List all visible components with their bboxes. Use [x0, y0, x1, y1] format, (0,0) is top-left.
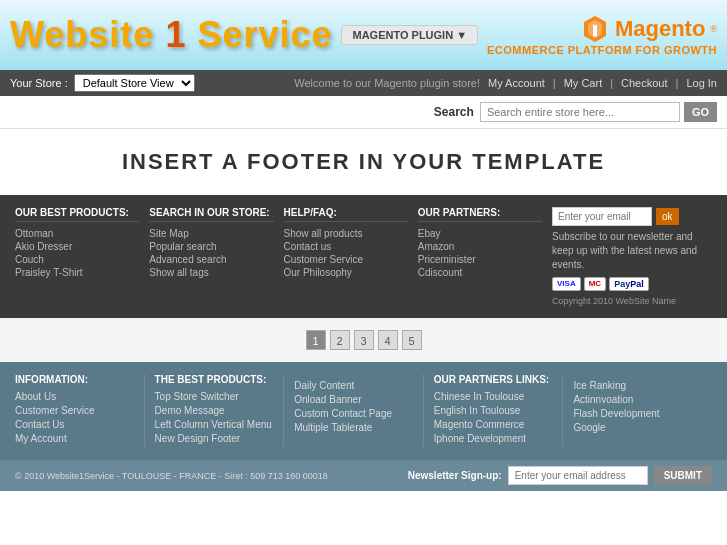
- fb-partner-links-heading: OUR PARTNERS LINKS:: [434, 374, 553, 385]
- paypal-icon: PayPal: [609, 277, 649, 291]
- footer-col-products-heading: OUR BEST PRODUCTS:: [15, 207, 139, 222]
- visa-icon: VISA: [552, 277, 581, 291]
- footer-link[interactable]: Our Philosophy: [284, 267, 408, 278]
- footer-copyright: Copyright 2010 WebSite Name: [552, 296, 712, 306]
- fb-information-heading: INFORMATION:: [15, 374, 134, 385]
- logo: Website 1 Service: [10, 14, 333, 56]
- fb-link[interactable]: Custom Contact Page: [294, 408, 413, 419]
- page-4-button[interactable]: 4: [378, 330, 398, 350]
- footer-newsletter: ok Subscribe to our newsletter and keep …: [552, 207, 712, 306]
- newsletter-submit-button[interactable]: SUBMIT: [654, 466, 712, 485]
- search-bar: Search GO: [0, 96, 727, 129]
- checkout-link[interactable]: Checkout: [621, 77, 667, 89]
- fb-link[interactable]: Onload Banner: [294, 394, 413, 405]
- pagination: 1 2 3 4 5: [0, 318, 727, 362]
- footer-link[interactable]: Advanced search: [149, 254, 273, 265]
- newsletter-email-input[interactable]: [552, 207, 652, 226]
- fb-link[interactable]: Magento Commerce: [434, 419, 553, 430]
- fb-link[interactable]: Chinese In Toulouse: [434, 391, 553, 402]
- my-cart-link[interactable]: My Cart: [564, 77, 603, 89]
- page-5-button[interactable]: 5: [402, 330, 422, 350]
- magento-tagline: ECOMMERCE PLATFORM FOR GROWTH: [487, 44, 717, 56]
- footer-col-partners: OUR PARTNERS: Ebay Amazon Priceminister …: [418, 207, 542, 306]
- newsletter-signup-label: Newsletter Sign-up:: [408, 470, 502, 481]
- bottom-bar: © 2010 Website1Service - TOULOUSE - FRAN…: [0, 459, 727, 491]
- footer-link[interactable]: Akio Dresser: [15, 241, 139, 252]
- payment-icons: VISA MC PayPal: [552, 277, 712, 291]
- footer-col-partners-heading: OUR PARTNERS:: [418, 207, 542, 222]
- magento-icon: [580, 14, 610, 44]
- footer-col-help: HELP/FAQ: Show all products Contact us C…: [284, 207, 408, 306]
- footer-link[interactable]: Customer Service: [284, 254, 408, 265]
- fb-link[interactable]: Contact Us: [15, 419, 134, 430]
- magento-plugin-area: MAGENTO PLUGIN ▼: [341, 25, 478, 45]
- search-label: Search: [434, 105, 474, 119]
- store-label: Your Store :: [10, 77, 68, 89]
- footer-link[interactable]: Popular search: [149, 241, 273, 252]
- page-title: INSERT A FOOTER IN YOUR TEMPLATE: [15, 149, 712, 175]
- fb-link[interactable]: Demo Message: [155, 405, 274, 416]
- store-bar: Your Store : Default Store View Welcome …: [0, 70, 727, 96]
- magento-plugin-button[interactable]: MAGENTO PLUGIN ▼: [341, 25, 478, 45]
- fb-link[interactable]: Iphone Development: [434, 433, 553, 444]
- footer-dark: OUR BEST PRODUCTS: Ottoman Akio Dresser …: [0, 195, 727, 318]
- mc-icon: MC: [584, 277, 606, 291]
- fb-link[interactable]: Customer Service: [15, 405, 134, 416]
- magento-name: Magento: [615, 16, 705, 42]
- page-1-button[interactable]: 1: [306, 330, 326, 350]
- fb-link[interactable]: Ice Ranking: [573, 380, 692, 391]
- footer-link[interactable]: Ebay: [418, 228, 542, 239]
- store-select[interactable]: Default Store View: [74, 74, 195, 92]
- footer-col-help-heading: HELP/FAQ:: [284, 207, 408, 222]
- fb-col-content: Daily Content Onload Banner Custom Conta…: [294, 374, 424, 447]
- page-2-button[interactable]: 2: [330, 330, 350, 350]
- search-button[interactable]: GO: [684, 102, 717, 122]
- fb-col-partner-links-2: Ice Ranking Actinnvoation Flash Developm…: [573, 374, 702, 447]
- newsletter-signup: Newsletter Sign-up: SUBMIT: [408, 466, 712, 485]
- footer-col-search-heading: SEARCH IN OUR STORE:: [149, 207, 273, 222]
- footer-bottom: INFORMATION: About Us Customer Service C…: [0, 362, 727, 459]
- fb-col-best-products: THE BEST PRODUCTS: Top Store Switcher De…: [155, 374, 285, 447]
- footer-col-search: SEARCH IN OUR STORE: Site Map Popular se…: [149, 207, 273, 306]
- my-account-link[interactable]: My Account: [488, 77, 545, 89]
- fb-link[interactable]: Left Column Vertical Menu: [155, 419, 274, 430]
- magento-logo: Magento® ECOMMERCE PLATFORM FOR GROWTH: [487, 14, 717, 56]
- bottom-copyright: © 2010 Website1Service - TOULOUSE - FRAN…: [15, 471, 328, 481]
- fb-link[interactable]: English In Toulouse: [434, 405, 553, 416]
- footer-link[interactable]: Show all tags: [149, 267, 273, 278]
- fb-link[interactable]: Google: [573, 422, 692, 433]
- footer-link[interactable]: Site Map: [149, 228, 273, 239]
- fb-link[interactable]: Daily Content: [294, 380, 413, 391]
- fb-link[interactable]: About Us: [15, 391, 134, 402]
- fb-link[interactable]: Flash Development: [573, 408, 692, 419]
- footer-link[interactable]: Couch: [15, 254, 139, 265]
- newsletter-signup-input[interactable]: [508, 466, 648, 485]
- welcome-text: Welcome to our Magento plugin store!: [294, 77, 480, 89]
- footer-link[interactable]: Amazon: [418, 241, 542, 252]
- newsletter-ok-button[interactable]: ok: [656, 208, 679, 225]
- fb-link[interactable]: Top Store Switcher: [155, 391, 274, 402]
- fb-col-partner-links: OUR PARTNERS LINKS: Chinese In Toulouse …: [434, 374, 564, 447]
- search-input[interactable]: [480, 102, 680, 122]
- fb-col-information: INFORMATION: About Us Customer Service C…: [15, 374, 145, 447]
- magento-reg: ®: [710, 24, 717, 34]
- footer-link[interactable]: Praisley T-Shirt: [15, 267, 139, 278]
- header: Website 1 Service MAGENTO PLUGIN ▼ Magen…: [0, 0, 727, 70]
- fb-link[interactable]: Actinnvoation: [573, 394, 692, 405]
- fb-link[interactable]: New Design Footer: [155, 433, 274, 444]
- log-in-link[interactable]: Log In: [686, 77, 717, 89]
- main-content: INSERT A FOOTER IN YOUR TEMPLATE: [0, 129, 727, 195]
- newsletter-description: Subscribe to our newsletter and keep up …: [552, 230, 712, 272]
- footer-link[interactable]: Ottoman: [15, 228, 139, 239]
- footer-col-products: OUR BEST PRODUCTS: Ottoman Akio Dresser …: [15, 207, 139, 306]
- fb-link[interactable]: Multiple Tablerate: [294, 422, 413, 433]
- footer-link[interactable]: Show all products: [284, 228, 408, 239]
- fb-link[interactable]: My Account: [15, 433, 134, 444]
- footer-link[interactable]: Cdiscount: [418, 267, 542, 278]
- store-nav: Welcome to our Magento plugin store! My …: [294, 77, 717, 89]
- footer-link[interactable]: Priceminister: [418, 254, 542, 265]
- page-3-button[interactable]: 3: [354, 330, 374, 350]
- fb-best-products-heading: THE BEST PRODUCTS:: [155, 374, 274, 385]
- footer-link[interactable]: Contact us: [284, 241, 408, 252]
